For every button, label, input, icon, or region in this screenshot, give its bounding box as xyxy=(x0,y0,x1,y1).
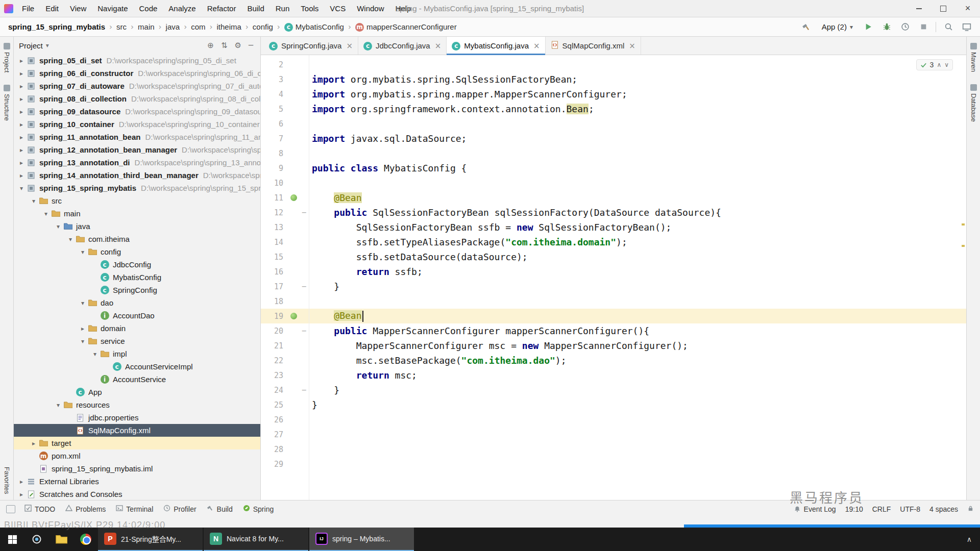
tree-item-spring-11-annotation-bean[interactable]: ▸spring_11_annotation_beanD:\workspace\s… xyxy=(14,131,260,143)
code-line[interactable]: 2 xyxy=(261,57,966,72)
code-line[interactable]: 18 xyxy=(261,294,966,309)
chevron-expanded-icon[interactable]: ▾ xyxy=(54,402,63,409)
tree-item-spring-15-spring-mybatis[interactable]: ▾spring_15_spring_mybatisD:\workspace\sp… xyxy=(14,182,260,194)
profiler-icon[interactable] xyxy=(899,21,911,33)
tree-item-spring-07-di-autoware[interactable]: ▸spring_07_di_autowareD:\workspace\sprin… xyxy=(14,80,260,92)
fold-icon[interactable]: − xyxy=(300,283,309,290)
breadcrumb-item-mapperscannerconfigurer[interactable]: mmapperScannerConfigurer xyxy=(354,22,458,32)
menu-build[interactable]: Build xyxy=(241,0,270,17)
taskbar-task-21-spring-my[interactable]: P21-Spring整合My... xyxy=(98,528,203,551)
menu-run[interactable]: Run xyxy=(270,0,296,17)
tree-item-config[interactable]: ▾config xyxy=(14,245,260,258)
tool-button-maven[interactable]: Maven xyxy=(970,37,977,78)
code-line[interactable]: 4import org.mybatis.spring.mapper.Mapper… xyxy=(261,87,966,102)
tree-item-spring-15-spring-mybatis-iml[interactable]: spring_15_spring_mybatis.iml xyxy=(14,462,260,475)
tree-item-domain[interactable]: ▸domain xyxy=(14,322,260,335)
code-line[interactable]: 13 SqlSessionFactoryBean ssfb = new SqlS… xyxy=(261,220,966,235)
status-tool-problems[interactable]: Problems xyxy=(65,505,106,513)
close-icon[interactable]: × xyxy=(629,41,635,51)
search-icon[interactable] xyxy=(24,528,49,551)
tray-chevron-icon[interactable]: ∧ xyxy=(967,535,972,543)
code-line[interactable]: 16 return ssfb; xyxy=(261,264,966,279)
status-tool-todo[interactable]: TODO xyxy=(24,505,55,513)
spring-bean-gutter-icon[interactable] xyxy=(290,194,297,201)
breadcrumb-item-config[interactable]: config xyxy=(252,22,274,31)
chevron-expanded-icon[interactable]: ▾ xyxy=(78,248,87,256)
tree-item-accountservice[interactable]: iAccountService xyxy=(14,373,260,386)
tree-item-dao[interactable]: ▾dao xyxy=(14,296,260,309)
taskbar-task-navicat-8-for-my[interactable]: NNavicat 8 for My... xyxy=(204,528,308,551)
chevron-collapsed-icon[interactable]: ▸ xyxy=(17,478,26,485)
tree-item-resources[interactable]: ▾resources xyxy=(14,398,260,411)
run-button[interactable] xyxy=(862,21,874,33)
spring-bean-gutter-icon[interactable] xyxy=(290,313,297,319)
tree-item-sqlmapconfig-xml[interactable]: SqlMapConfig.xml xyxy=(14,424,260,437)
minimize-icon[interactable] xyxy=(906,0,931,17)
tree-item-src[interactable]: ▾src xyxy=(14,194,260,207)
chevron-down-icon[interactable]: ▾ xyxy=(46,42,49,49)
tree-item-accountserviceimpl[interactable]: cAccountServiceImpl xyxy=(14,360,260,373)
menu-edit[interactable]: Edit xyxy=(40,0,64,17)
close-icon[interactable]: × xyxy=(533,41,540,51)
code-line[interactable]: 7import javax.sql.DataSource; xyxy=(261,131,966,146)
code-line[interactable]: 10 xyxy=(261,176,966,190)
chevron-collapsed-icon[interactable]: ▸ xyxy=(17,108,26,115)
maximize-icon[interactable] xyxy=(931,0,955,17)
build-hammer-icon[interactable] xyxy=(800,21,813,33)
chrome-icon[interactable] xyxy=(74,528,98,551)
indent-widget[interactable]: 4 spaces xyxy=(929,505,958,513)
tree-item-target[interactable]: ▸target xyxy=(14,437,260,449)
code-line[interactable]: 11 @Bean xyxy=(261,190,966,205)
chevron-expanded-icon[interactable]: ▾ xyxy=(78,299,87,307)
code-line[interactable]: 6 xyxy=(261,116,966,131)
chevron-collapsed-icon[interactable]: ▸ xyxy=(17,95,26,103)
status-tool-profiler[interactable]: Profiler xyxy=(163,505,196,513)
tree-item-jdbcconfig[interactable]: cJdbcConfig xyxy=(14,258,260,271)
breadcrumb-item-java[interactable]: java xyxy=(165,22,181,31)
tree-item-main[interactable]: ▾main xyxy=(14,207,260,220)
code-line[interactable]: 15 ssfb.setDataSource(dataSource); xyxy=(261,249,966,264)
tree-item-accountdao[interactable]: iAccountDao xyxy=(14,309,260,322)
breadcrumb-item-itheima[interactable]: itheima xyxy=(215,22,242,31)
code-line[interactable]: 3import org.mybatis.spring.SqlSessionFac… xyxy=(261,72,966,87)
debug-bug-icon[interactable] xyxy=(880,21,893,33)
tree-item-springconfig[interactable]: cSpringConfig xyxy=(14,284,260,296)
editor-scrollbar[interactable] xyxy=(960,55,966,500)
menu-vcs[interactable]: VCS xyxy=(324,0,351,17)
code-area[interactable]: 23import org.mybatis.spring.SqlSessionFa… xyxy=(261,55,966,500)
chevron-expanded-icon[interactable]: ▾ xyxy=(66,236,75,243)
lock-icon[interactable] xyxy=(967,505,974,513)
code-line[interactable]: 24− } xyxy=(261,383,966,397)
code-line[interactable]: 23 return msc; xyxy=(261,368,966,383)
tree-item-jdbc-properties[interactable]: jdbc.properties xyxy=(14,411,260,424)
code-line[interactable]: 20− public MapperScannerConfigurer mappe… xyxy=(261,323,966,338)
chevron-collapsed-icon[interactable]: ▸ xyxy=(17,134,26,141)
chevron-collapsed-icon[interactable]: ▸ xyxy=(78,325,87,332)
tree-item-scratches-and-consoles[interactable]: ▸Scratches and Consoles xyxy=(14,488,260,500)
code-line[interactable]: 29 xyxy=(261,457,966,471)
tool-button-database[interactable]: Database xyxy=(970,78,977,128)
menu-refactor[interactable]: Refactor xyxy=(202,0,242,17)
chevron-expanded-icon[interactable]: ▾ xyxy=(90,350,100,358)
code-line[interactable]: 9public class MybatisConfig { xyxy=(261,161,966,176)
tree-item-com-itheima[interactable]: ▾com.itheima xyxy=(14,233,260,245)
menu-view[interactable]: View xyxy=(64,0,92,17)
chevron-collapsed-icon[interactable]: ▸ xyxy=(17,146,26,154)
code-line[interactable]: 25} xyxy=(261,397,966,412)
tree-item-mybatisconfig[interactable]: cMybatisConfig xyxy=(14,271,260,284)
chevron-up-icon[interactable]: ∧ xyxy=(937,61,941,68)
tree-item-spring-12-annotation-bean-manager[interactable]: ▸spring_12_annotation_bean_managerD:\wor… xyxy=(14,143,260,156)
chevron-collapsed-icon[interactable]: ▸ xyxy=(29,440,38,447)
chevron-collapsed-icon[interactable]: ▸ xyxy=(17,491,26,498)
inspection-widget[interactable]: 3 ∧ ∨ xyxy=(916,59,953,70)
chevron-collapsed-icon[interactable]: ▸ xyxy=(17,70,26,77)
tree-item-spring-14-annotation-third-bean-manager[interactable]: ▸spring_14_annotation_third_bean_manager… xyxy=(14,169,260,182)
layout-monitor-icon[interactable] xyxy=(961,21,973,33)
chevron-expanded-icon[interactable]: ▾ xyxy=(54,223,63,230)
status-tool-build[interactable]: Build xyxy=(207,505,233,513)
menu-analyze[interactable]: Analyze xyxy=(163,0,201,17)
chevron-collapsed-icon[interactable]: ▸ xyxy=(17,121,26,128)
tree-item-spring-06-di-constructor[interactable]: ▸spring_06_di_constructorD:\workspace\sp… xyxy=(14,67,260,80)
fold-icon[interactable]: − xyxy=(300,209,309,216)
tree-item-service[interactable]: ▾service xyxy=(14,335,260,347)
